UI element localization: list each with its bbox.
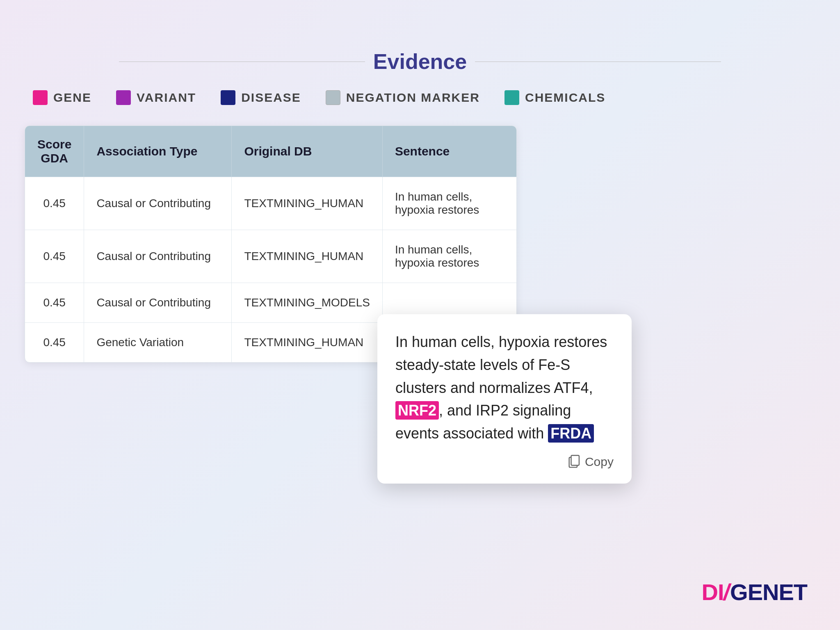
cell-assoc-0: Causal or Contributing <box>84 177 232 230</box>
evidence-section: Evidence GENE VARIANT DISEASE NEGATION M… <box>25 49 815 364</box>
col-header-assoc: Association Type <box>84 126 232 177</box>
gene-highlight: NRF2 <box>395 401 439 420</box>
cell-db-2: TEXTMINING_MODELS <box>232 283 382 323</box>
col-header-sentence: Sentence <box>382 126 516 177</box>
col-header-db: Original DB <box>232 126 382 177</box>
variant-label: VARIANT <box>137 91 196 105</box>
negation-color-box <box>326 90 340 105</box>
disease-highlight: FRDA <box>548 424 594 443</box>
svg-rect-1 <box>571 455 579 465</box>
copy-icon <box>568 455 581 469</box>
copy-label: Copy <box>585 455 614 469</box>
legend: GENE VARIANT DISEASE NEGATION MARKER CHE… <box>25 90 815 105</box>
legend-item-disease: DISEASE <box>221 90 301 105</box>
cell-score-0: 0.45 <box>25 177 84 230</box>
cell-db-1: TEXTMINING_HUMAN <box>232 230 382 283</box>
evidence-title-row: Evidence <box>25 49 815 74</box>
disease-color-box <box>221 90 235 105</box>
legend-item-chemicals: CHEMICALS <box>504 90 605 105</box>
logo-genet: GENET <box>730 579 807 605</box>
col-header-score: Score GDA <box>25 126 84 177</box>
cell-assoc-3: Genetic Variation <box>84 323 232 363</box>
cell-score-2: 0.45 <box>25 283 84 323</box>
title-line-right <box>475 62 721 62</box>
chemicals-label: CHEMICALS <box>525 91 605 105</box>
cell-score-1: 0.45 <box>25 230 84 283</box>
tooltip-footer: Copy <box>395 455 614 469</box>
gene-label: GENE <box>53 91 91 105</box>
legend-item-variant: VARIANT <box>116 90 196 105</box>
cell-assoc-2: Causal or Contributing <box>84 283 232 323</box>
cell-db-3: TEXTMINING_HUMAN <box>232 323 382 363</box>
cell-assoc-1: Causal or Contributing <box>84 230 232 283</box>
chemicals-color-box <box>504 90 519 105</box>
legend-item-gene: GENE <box>33 90 91 105</box>
logo-di: DI <box>702 579 724 605</box>
gene-color-box <box>33 90 48 105</box>
main-container: Evidence GENE VARIANT DISEASE NEGATION M… <box>25 49 815 581</box>
tooltip-text-before: In human cells, hypoxia restores steady-… <box>395 333 607 396</box>
sentence-tooltip: In human cells, hypoxia restores steady-… <box>377 314 632 484</box>
copy-button[interactable]: Copy <box>568 455 614 469</box>
disgenet-logo: DI/GENET <box>702 579 807 605</box>
disease-label: DISEASE <box>241 91 301 105</box>
evidence-title: Evidence <box>373 49 467 74</box>
table-tooltip-wrapper: Score GDA Association Type Original DB S… <box>25 126 815 363</box>
table-header-row: Score GDA Association Type Original DB S… <box>25 126 516 177</box>
cell-score-3: 0.45 <box>25 323 84 363</box>
title-line-left <box>119 62 365 62</box>
table-row[interactable]: 0.45 Causal or Contributing TEXTMINING_H… <box>25 230 516 283</box>
table-row[interactable]: 0.45 Causal or Contributing TEXTMINING_H… <box>25 177 516 230</box>
variant-color-box <box>116 90 131 105</box>
cell-sentence-0: In human cells, hypoxia restores <box>382 177 516 230</box>
legend-item-negation: NEGATION MARKER <box>326 90 480 105</box>
cell-sentence-1: In human cells, hypoxia restores <box>382 230 516 283</box>
negation-label: NEGATION MARKER <box>346 91 480 105</box>
tooltip-body: In human cells, hypoxia restores steady-… <box>395 331 614 445</box>
cell-db-0: TEXTMINING_HUMAN <box>232 177 382 230</box>
